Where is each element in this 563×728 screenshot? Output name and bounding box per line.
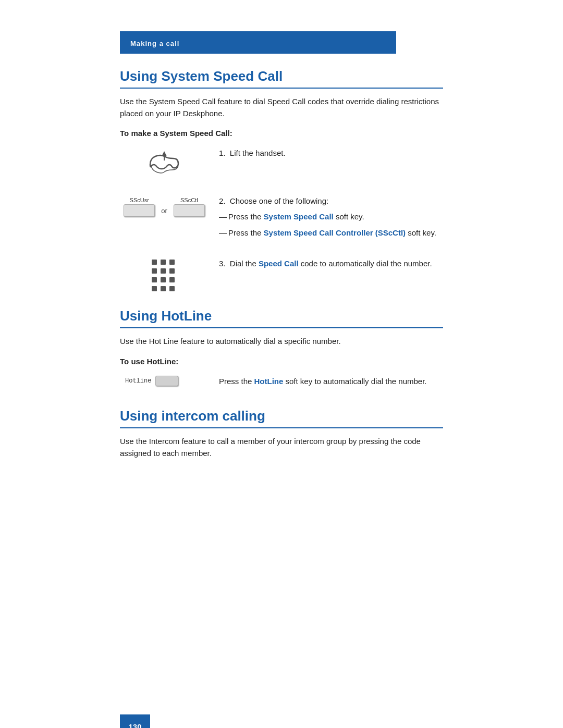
section-title-system-speed-call: Using System Speed Call (120, 68, 443, 89)
hotline-instruction-text: Press the HotLine soft key to automatica… (219, 377, 427, 386)
softkey-row: SScUsr or SScCtl (124, 197, 205, 217)
page-number: 130 (128, 722, 141, 729)
step-3-visual (120, 257, 209, 293)
keypad-dot (152, 286, 157, 291)
page-number-box: 130 (120, 714, 150, 728)
hotline-visual: Hotline (120, 376, 209, 386)
keypad-grid (152, 260, 177, 293)
hotline-button[interactable] (155, 376, 178, 386)
section-title-intercom: Using intercom calling (120, 408, 443, 428)
step-1-text: Lift the handset. (230, 149, 286, 157)
softkey1-label: SScUsr (130, 197, 149, 203)
keypad-dot (161, 286, 166, 291)
keypad-dot (169, 268, 175, 274)
keypad-dot (152, 268, 157, 274)
keypad-dot (152, 260, 157, 265)
content-area: Using System Speed Call Use the System S… (0, 68, 563, 500)
system-speed-call-link-2: System Speed Call Controller (SScCtl) (264, 228, 406, 237)
step-3-text: Dial the Speed Call code to automaticall… (230, 259, 432, 268)
hotline-desc: Use the Hot Line feature to automaticall… (120, 336, 443, 348)
keypad-dot (152, 277, 157, 282)
section-title-hotline: Using HotLine (120, 308, 443, 328)
step-1-row: 1. Lift the handset. (120, 147, 443, 180)
hotline-row: Hotline Press the HotLine soft key to au… (120, 375, 443, 387)
banner-label: Making a call (130, 40, 179, 47)
system-speed-call-desc: Use the System Speed Call feature to dia… (120, 96, 443, 119)
keypad-dot (169, 286, 175, 291)
system-speed-call-link-1: System Speed Call (264, 212, 334, 221)
bullet-1: Press the System Speed Call soft key. (219, 211, 443, 223)
softkey-sscctl-pair: SScCtl (174, 197, 205, 217)
step-2-text: Choose one of the following: (230, 196, 328, 205)
step-1-visual (120, 147, 209, 180)
page-container: Making a call Using System Speed Call Us… (0, 31, 563, 728)
keypad-dot (161, 268, 166, 274)
step-3-content: 3. Dial the Speed Call code to automatic… (209, 257, 443, 269)
step-2-bullets: Press the System Speed Call soft key. Pr… (219, 211, 443, 239)
step-2-number: 2. (219, 196, 230, 205)
system-speed-call-subsection: To make a System Speed Call: (120, 129, 443, 138)
softkey2-button[interactable] (174, 204, 205, 217)
keypad-dot (161, 277, 166, 282)
step-2-content: 2. Choose one of the following: Press th… (209, 195, 443, 243)
softkey1-button[interactable] (124, 204, 155, 217)
softkey-ssculsr-pair: SScUsr (124, 197, 155, 217)
hotline-link: HotLine (254, 377, 284, 386)
softkey2-label: SScCtl (180, 197, 198, 203)
softkey-or-text: or (161, 207, 167, 217)
step-2-row: SScUsr or SScCtl 2. Choose one of the fo… (120, 195, 443, 243)
step-2-visual: SScUsr or SScCtl (120, 195, 209, 217)
step-1-number: 1. (219, 149, 230, 157)
step-1-content: 1. Lift the handset. (209, 147, 443, 159)
bullet-2: Press the System Speed Call Controller (… (219, 227, 443, 239)
intercom-desc: Use the Intercom feature to call a membe… (120, 436, 443, 459)
keypad-dot (169, 277, 175, 282)
keypad-dot (161, 260, 166, 265)
hotline-subsection: To use HotLine: (120, 357, 443, 366)
hotline-instruction: Press the HotLine soft key to automatica… (209, 375, 443, 387)
speed-call-link: Speed Call (259, 259, 299, 268)
header-banner: Making a call (120, 31, 396, 54)
hotline-text-label: Hotline (125, 377, 151, 385)
step-3-row: 3. Dial the Speed Call code to automatic… (120, 257, 443, 293)
keypad-dot (169, 260, 175, 265)
handset-icon (141, 149, 188, 180)
step-3-number: 3. (219, 259, 230, 268)
